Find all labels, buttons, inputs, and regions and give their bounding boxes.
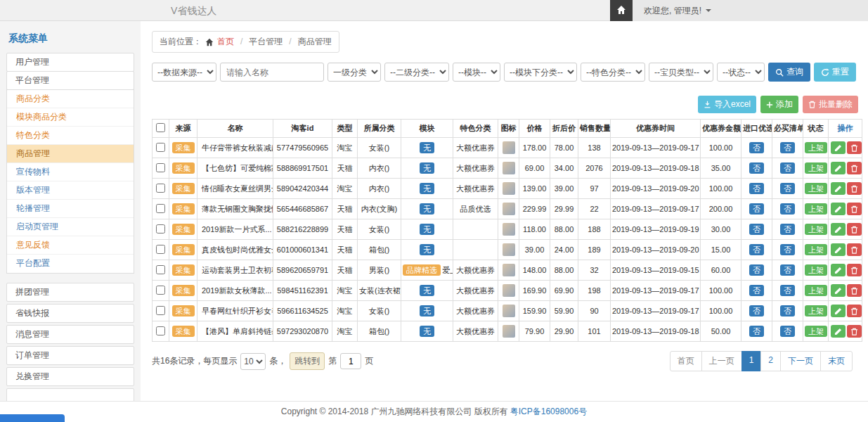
delete-button[interactable]: [847, 243, 862, 256]
pager-button[interactable]: 上一页: [701, 351, 742, 371]
row-checkbox[interactable]: [156, 286, 165, 295]
status-toggle[interactable]: 上架: [805, 183, 827, 195]
sidebar-submenu-item[interactable]: 轮播管理: [7, 200, 134, 218]
delete-button[interactable]: [847, 203, 862, 215]
pager-button[interactable]: 1: [741, 351, 762, 371]
must-buy-toggle[interactable]: 否: [780, 326, 795, 338]
import-select-toggle[interactable]: 否: [749, 305, 764, 317]
must-buy-toggle[interactable]: 否: [780, 305, 795, 317]
status-toggle[interactable]: 上架: [805, 305, 827, 317]
must-buy-toggle[interactable]: 否: [780, 285, 795, 297]
name-search-input[interactable]: [220, 63, 324, 82]
import-select-toggle[interactable]: 否: [749, 183, 764, 195]
row-checkbox[interactable]: [156, 245, 165, 254]
edit-button[interactable]: [831, 182, 846, 195]
row-checkbox[interactable]: [156, 306, 165, 315]
row-checkbox[interactable]: [156, 163, 165, 172]
delete-button[interactable]: [847, 305, 862, 317]
must-buy-toggle[interactable]: 否: [780, 264, 795, 276]
must-buy-toggle[interactable]: 否: [780, 162, 795, 174]
must-buy-toggle[interactable]: 否: [780, 224, 795, 236]
select-all-checkbox[interactable]: [156, 123, 165, 132]
must-buy-toggle[interactable]: 否: [780, 142, 795, 154]
module-badge[interactable]: 无: [420, 224, 434, 236]
pager-button[interactable]: 2: [760, 351, 781, 371]
status-toggle[interactable]: 上架: [805, 142, 827, 154]
module-badge[interactable]: 无: [420, 142, 434, 154]
user-menu[interactable]: 欢迎您, 管理员!: [633, 0, 868, 21]
status-toggle[interactable]: 上架: [805, 203, 827, 215]
sidebar-item[interactable]: 省钱快报: [6, 304, 134, 323]
import-select-toggle[interactable]: 否: [749, 162, 764, 174]
per-page-select[interactable]: 10: [240, 353, 266, 370]
import-select-toggle[interactable]: 否: [749, 264, 764, 276]
module-badge[interactable]: 无: [420, 203, 434, 215]
filter-select[interactable]: 一级分类: [328, 63, 381, 82]
module-badge[interactable]: 无: [420, 244, 434, 256]
module-badge[interactable]: 无: [420, 162, 434, 174]
import-select-toggle[interactable]: 否: [749, 203, 764, 215]
delete-button[interactable]: [847, 325, 862, 338]
row-checkbox[interactable]: [156, 326, 165, 335]
delete-button[interactable]: [847, 162, 862, 174]
filter-select[interactable]: --特色分类--: [581, 63, 645, 82]
sidebar-item[interactable]: 订单管理: [6, 346, 134, 365]
row-checkbox[interactable]: [156, 184, 165, 193]
must-buy-toggle[interactable]: 否: [780, 244, 795, 256]
row-checkbox[interactable]: [156, 265, 165, 274]
import-select-toggle[interactable]: 否: [749, 326, 764, 338]
icp-link[interactable]: 粤ICP备16098006号: [510, 406, 587, 418]
delete-button[interactable]: [847, 223, 862, 236]
status-toggle[interactable]: 上架: [805, 224, 827, 236]
status-toggle[interactable]: 上架: [805, 285, 827, 297]
sidebar-submenu-item[interactable]: 商品管理: [7, 145, 134, 163]
edit-button[interactable]: [831, 284, 846, 297]
status-toggle[interactable]: 上架: [805, 326, 827, 338]
import-select-toggle[interactable]: 否: [749, 285, 764, 297]
batch-delete-button[interactable]: 批量删除: [803, 96, 858, 113]
sidebar-submenu-item[interactable]: 版本管理: [7, 181, 134, 200]
sidebar-item[interactable]: 用户管理: [6, 53, 134, 72]
pager-button[interactable]: 末页: [820, 351, 853, 371]
source-filter-select[interactable]: --数据来源--: [152, 63, 216, 82]
sidebar-item[interactable]: 兑换管理: [6, 367, 134, 386]
pager-button[interactable]: 下一页: [780, 351, 821, 371]
edit-button[interactable]: [831, 325, 846, 338]
row-checkbox[interactable]: [156, 224, 165, 234]
sidebar-submenu-item[interactable]: 宣传物料: [7, 163, 134, 181]
module-badge[interactable]: 品牌精选: [403, 264, 441, 276]
edit-button[interactable]: [831, 305, 846, 317]
import-excel-button[interactable]: 导入excel: [698, 96, 756, 113]
edit-button[interactable]: [831, 223, 846, 236]
row-checkbox[interactable]: [156, 143, 165, 152]
filter-select[interactable]: --状态--: [717, 63, 765, 82]
status-toggle[interactable]: 上架: [805, 264, 827, 276]
filter-select[interactable]: --二级分类--: [384, 63, 449, 82]
sidebar-submenu-item[interactable]: 商品分类: [7, 90, 134, 108]
edit-button[interactable]: [831, 243, 846, 256]
module-badge[interactable]: 无: [420, 305, 434, 317]
sidebar-submenu-item[interactable]: 模块商品分类: [7, 108, 134, 127]
module-badge[interactable]: 无: [420, 183, 434, 195]
status-toggle[interactable]: 上架: [805, 244, 827, 256]
sidebar-submenu-item[interactable]: 平台配置: [7, 255, 134, 273]
filter-select[interactable]: --宝贝类型--: [649, 63, 713, 82]
pager-button[interactable]: 首页: [670, 351, 702, 371]
sidebar-submenu-item[interactable]: 意见反馈: [7, 236, 134, 255]
must-buy-toggle[interactable]: 否: [780, 203, 795, 215]
must-buy-toggle[interactable]: 否: [780, 183, 795, 195]
sidebar-item[interactable]: 拼团管理: [6, 283, 134, 302]
delete-button[interactable]: [847, 182, 862, 195]
sidebar-submenu-item[interactable]: 启动页管理: [7, 218, 134, 236]
delete-button[interactable]: [847, 264, 862, 276]
search-button[interactable]: 查询: [768, 63, 810, 82]
breadcrumb-home-link[interactable]: 首页: [217, 36, 234, 48]
sidebar-item[interactable]: [6, 388, 134, 401]
edit-button[interactable]: [831, 264, 846, 276]
edit-button[interactable]: [831, 141, 846, 154]
delete-button[interactable]: [847, 141, 862, 154]
status-toggle[interactable]: 上架: [805, 162, 827, 174]
import-select-toggle[interactable]: 否: [749, 224, 764, 236]
edit-button[interactable]: [831, 203, 846, 215]
jump-button[interactable]: 跳转到: [290, 352, 325, 370]
